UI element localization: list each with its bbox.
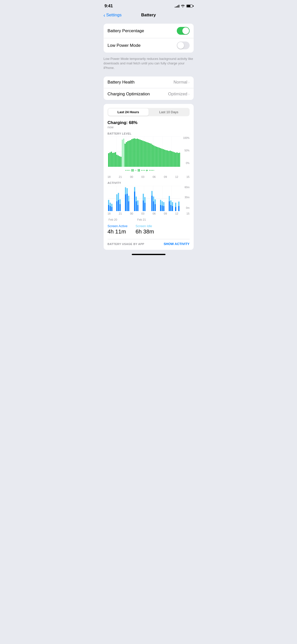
svg-rect-53: [167, 150, 168, 167]
svg-rect-111: [151, 191, 153, 196]
svg-rect-41: [150, 144, 152, 167]
svg-rect-126: [172, 206, 173, 211]
svg-rect-32: [138, 139, 139, 167]
svg-rect-50: [163, 149, 164, 167]
svg-rect-117: [160, 200, 161, 205]
svg-rect-82: [108, 205, 109, 211]
svg-rect-61: [178, 153, 179, 167]
svg-rect-45: [156, 147, 157, 167]
charging-optimization-row[interactable]: Charging Optimization Optimized ›: [104, 88, 194, 100]
svg-rect-91: [118, 193, 119, 200]
act-time-21: 21: [119, 212, 122, 215]
svg-rect-131: [178, 202, 179, 206]
svg-rect-121: [163, 202, 164, 206]
svg-rect-49: [161, 149, 162, 167]
svg-rect-11: [109, 152, 111, 167]
screen-active-stat: Screen Active 4h 11m: [108, 224, 128, 235]
segment-10days[interactable]: Last 10 Days: [149, 108, 189, 116]
svg-rect-56: [171, 151, 172, 167]
svg-rect-52: [165, 150, 167, 167]
svg-rect-37: [145, 142, 146, 167]
svg-rect-21: [123, 139, 124, 167]
battery-health-row[interactable]: Battery Health Normal ›: [104, 76, 194, 88]
home-indicator: [132, 254, 165, 255]
act-time-18: 18: [108, 212, 111, 215]
low-power-mode-label: Low Power Mode: [108, 43, 141, 48]
svg-rect-19: [120, 157, 121, 167]
svg-rect-34: [141, 140, 142, 167]
svg-rect-36: [144, 141, 145, 167]
svg-rect-112: [153, 201, 154, 211]
svg-rect-51: [164, 150, 165, 167]
svg-rect-99: [128, 195, 129, 201]
svg-rect-15: [115, 152, 116, 167]
svg-rect-106: [143, 200, 144, 211]
svg-rect-100: [134, 191, 135, 211]
low-power-description: Low Power Mode temporarily reduces backg…: [100, 55, 198, 74]
battery-percentage-toggle[interactable]: [177, 27, 190, 35]
chevron-right-icon: ›: [188, 80, 190, 84]
battery-level-label: BATTERY LEVEL: [108, 132, 190, 135]
svg-rect-129: [175, 203, 176, 207]
screen-idle-label: Screen Idle: [136, 224, 154, 228]
chart-card: Last 24 Hours Last 10 Days Charging: 68%…: [104, 104, 194, 250]
status-time: 9:41: [105, 4, 113, 9]
activity-summary: Screen Active 4h 11m Screen Idle 6h 38m: [108, 224, 190, 235]
svg-rect-42: [152, 145, 153, 167]
charging-optimization-value: Optimized ›: [168, 92, 189, 97]
charging-status: Charging: 68%: [108, 120, 190, 125]
svg-rect-46: [157, 147, 158, 167]
signal-icon: [175, 5, 179, 8]
date-feb21: Feb 21: [137, 218, 146, 221]
svg-rect-65: [133, 169, 134, 172]
svg-rect-84: [110, 206, 111, 211]
svg-rect-95: [125, 187, 126, 194]
time-label-12: 12: [175, 175, 178, 178]
svg-rect-105: [137, 200, 138, 205]
svg-rect-27: [131, 139, 133, 167]
activity-y-0: 0m: [186, 207, 190, 209]
back-button[interactable]: ‹ Settings: [104, 13, 122, 18]
svg-rect-25: [129, 141, 130, 167]
svg-rect-57: [172, 152, 174, 167]
health-section: Battery Health Normal › Charging Optimiz…: [104, 76, 194, 100]
activity-time-labels: 18 21 00 03 06 09 12 15: [108, 212, 190, 215]
show-activity-button[interactable]: SHOW ACTIVITY: [164, 242, 190, 246]
activity-chart: [108, 186, 181, 211]
svg-rect-18: [119, 156, 120, 167]
act-time-06: 06: [153, 212, 156, 215]
y-label-50: 50%: [184, 149, 189, 152]
battery-level-chart: [108, 137, 181, 167]
low-power-mode-toggle[interactable]: [177, 42, 190, 49]
svg-rect-108: [144, 203, 145, 211]
svg-rect-113: [153, 196, 154, 201]
svg-rect-101: [134, 187, 135, 191]
act-time-09: 09: [164, 212, 167, 215]
svg-rect-125: [170, 200, 172, 205]
chevron-right-icon-2: ›: [188, 92, 190, 96]
svg-rect-85: [110, 203, 111, 206]
time-label-03: 03: [141, 175, 144, 178]
battery-percentage-label: Battery Percentage: [108, 28, 144, 33]
svg-rect-31: [137, 139, 138, 167]
low-power-mode-row: Low Power Mode: [104, 38, 194, 53]
svg-rect-47: [159, 148, 160, 167]
svg-rect-93: [119, 199, 121, 204]
svg-rect-16: [116, 155, 117, 167]
battery-status-icon: [186, 5, 193, 8]
svg-rect-94: [125, 194, 126, 211]
svg-rect-115: [154, 199, 156, 204]
svg-rect-107: [143, 194, 144, 200]
svg-rect-87: [111, 204, 112, 207]
svg-rect-26: [130, 140, 131, 167]
activity-chart-wrapper: 60m 30m 0m: [108, 186, 190, 212]
svg-rect-127: [172, 202, 173, 206]
svg-rect-35: [142, 141, 143, 167]
screen-idle-value: 6h 38m: [136, 228, 154, 235]
svg-rect-128: [175, 207, 176, 211]
segment-24h[interactable]: Last 24 Hours: [108, 108, 149, 116]
time-label-15: 15: [186, 175, 189, 178]
activity-y-60: 60m: [185, 186, 189, 189]
time-label-06: 06: [153, 175, 156, 178]
act-time-12: 12: [175, 212, 178, 215]
